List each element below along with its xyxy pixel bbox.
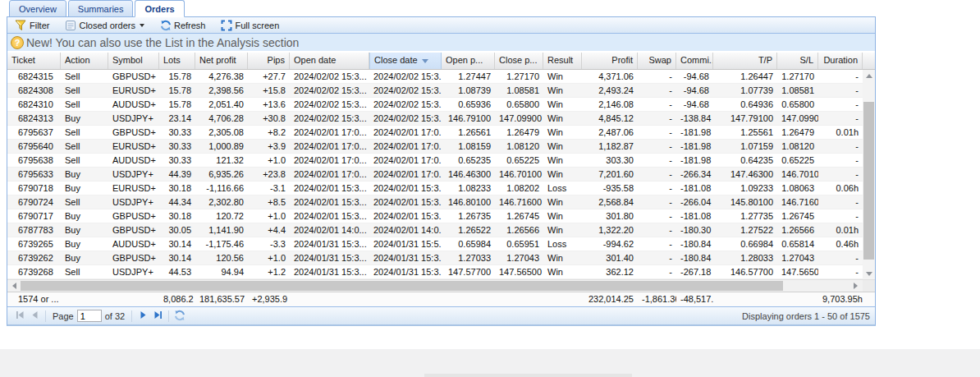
table-cell-swap: - bbox=[638, 223, 676, 237]
tab-orders[interactable]: Orders bbox=[135, 0, 184, 17]
table-row[interactable]: 6824315SellGBPUSD+15.784,276.38+27.72024… bbox=[7, 70, 863, 84]
paging-refresh-button[interactable] bbox=[172, 309, 187, 324]
table-cell-pips: +23.8 bbox=[248, 168, 290, 181]
refresh-button[interactable]: Refresh bbox=[158, 19, 208, 32]
page-number-input[interactable] bbox=[77, 310, 102, 322]
table-cell-ticket: 6739265 bbox=[7, 237, 61, 251]
table-cell-lots: 15.78 bbox=[159, 84, 195, 97]
scroll-down-arrow-icon[interactable] bbox=[863, 268, 875, 279]
next-page-button[interactable] bbox=[135, 309, 150, 324]
table-cell-sl: 0.65814 bbox=[777, 237, 818, 251]
vertical-scrollbar-thumb[interactable] bbox=[863, 102, 874, 260]
table-cell-tp: 0.64936 bbox=[713, 98, 777, 111]
table-cell-profit: 1,322.20 bbox=[582, 223, 638, 237]
filter-button[interactable]: Filter bbox=[12, 18, 52, 32]
table-cell-pips: +4.4 bbox=[248, 223, 290, 237]
tab-summaries[interactable]: Summaries bbox=[68, 0, 134, 17]
first-page-button[interactable] bbox=[12, 309, 27, 324]
scroll-right-arrow-icon[interactable] bbox=[849, 280, 862, 292]
table-cell-pips: +1.0 bbox=[248, 209, 290, 223]
table-cell-ticket: 6787783 bbox=[7, 223, 61, 237]
table-cell-pips: +1.2 bbox=[248, 265, 290, 278]
summary-cell-pips: +2,935.9 bbox=[248, 292, 290, 306]
last-page-button[interactable] bbox=[150, 309, 165, 324]
table-cell-symbol: USDJPY+ bbox=[108, 265, 159, 278]
table-cell-swap: - bbox=[638, 154, 676, 167]
table-cell-commission: -94.68 bbox=[676, 84, 713, 97]
table-cell-duration: 0.01h bbox=[818, 126, 863, 139]
table-row[interactable]: 6787783BuyGBPUSD+30.051,141.90+4.42024/0… bbox=[7, 223, 863, 237]
table-cell-duration: - bbox=[818, 251, 863, 264]
first-page-icon bbox=[16, 310, 25, 321]
table-cell-tp: 1.09233 bbox=[713, 182, 777, 195]
column-header-net-profit[interactable]: Net profit bbox=[195, 53, 248, 69]
summary-cell-action bbox=[61, 292, 108, 306]
column-header-pips[interactable]: Pips bbox=[248, 53, 290, 69]
horizontal-scrollbar-thumb[interactable] bbox=[21, 281, 783, 291]
table-cell-commission: -94.68 bbox=[676, 70, 713, 83]
table-cell-result: Win bbox=[543, 154, 582, 167]
table-cell-action: Sell bbox=[61, 265, 108, 278]
table-row[interactable]: 6739265BuyAUDUSD+30.14-1,175.46-3.32024/… bbox=[7, 237, 863, 251]
full-screen-button[interactable]: Full screen bbox=[218, 19, 282, 32]
table-cell-tp: 1.25561 bbox=[713, 126, 777, 139]
column-header-symbol[interactable]: Symbol bbox=[108, 53, 159, 69]
table-row[interactable]: 6824313BuyUSDJPY+23.144,706.28+30.82024/… bbox=[7, 112, 863, 126]
table-row[interactable]: 6790718BuyEURUSD+30.18-1,116.66-3.12024/… bbox=[7, 182, 863, 195]
table-cell-sl: 0.65800 bbox=[777, 98, 818, 111]
grid-body: 6824315SellGBPUSD+15.784,276.38+27.72024… bbox=[7, 70, 875, 279]
column-header-open-price[interactable]: Open p... bbox=[442, 53, 495, 69]
column-header-result[interactable]: Result bbox=[543, 53, 582, 69]
table-row[interactable]: 6739268SellUSDJPY+44.5394.94+1.22024/01/… bbox=[7, 265, 863, 279]
table-row[interactable]: 6824308SellEURUSD+15.782,398.56+15.82024… bbox=[7, 84, 863, 98]
table-row[interactable]: 6795638SellAUDUSD+30.33121.32+1.02024/02… bbox=[7, 154, 863, 168]
horizontal-scrollbar[interactable] bbox=[7, 279, 875, 292]
column-header-swap[interactable]: Swap bbox=[638, 53, 676, 69]
table-cell-net-profit: -1,116.66 bbox=[195, 182, 248, 195]
column-header-open-date[interactable]: Open date bbox=[290, 53, 369, 69]
table-cell-duration: - bbox=[818, 195, 863, 209]
table-cell-commission: -180.84 bbox=[676, 251, 713, 264]
vertical-scrollbar[interactable] bbox=[863, 70, 875, 279]
table-row[interactable]: 6795637SellGBPUSD+30.332,305.08+8.22024/… bbox=[7, 126, 863, 140]
table-cell-open-date: 2024/02/01 14:0... bbox=[290, 223, 369, 237]
table-cell-pips: +8.5 bbox=[248, 195, 290, 209]
toolbar-separator bbox=[168, 310, 169, 322]
column-header-sl[interactable]: S/L bbox=[777, 53, 818, 69]
scroll-up-arrow-icon[interactable] bbox=[863, 70, 875, 81]
table-cell-open-date: 2024/02/01 15:3... bbox=[290, 195, 369, 209]
document-list-icon bbox=[65, 20, 76, 31]
table-cell-open-price: 1.08159 bbox=[442, 140, 495, 153]
scroll-left-arrow-icon[interactable] bbox=[7, 280, 21, 292]
table-cell-swap: - bbox=[638, 237, 676, 251]
table-cell-sl: 1.27170 bbox=[777, 70, 818, 83]
column-header-commission[interactable]: Commi... bbox=[676, 53, 713, 69]
table-cell-ticket: 6824313 bbox=[7, 112, 61, 125]
table-cell-net-profit: 4,706.28 bbox=[195, 112, 248, 125]
column-header-close-price[interactable]: Close p... bbox=[495, 53, 543, 69]
prev-page-button[interactable] bbox=[27, 309, 42, 324]
table-row[interactable]: 6790717BuyGBPUSD+30.18120.72+1.02024/02/… bbox=[7, 209, 863, 223]
closed-orders-button[interactable]: Closed orders bbox=[62, 19, 146, 32]
table-row[interactable]: 6824310SellAUDUSD+15.782,051.40+13.62024… bbox=[7, 98, 863, 112]
table-cell-pips: +15.8 bbox=[248, 84, 290, 97]
column-header-lots[interactable]: Lots bbox=[159, 53, 195, 69]
column-header-close-date[interactable]: Close date bbox=[369, 53, 442, 69]
table-row[interactable]: 6739262BuyGBPUSD+30.14120.56+1.02024/01/… bbox=[7, 251, 863, 265]
column-header-profit[interactable]: Profit bbox=[582, 53, 638, 69]
table-cell-ticket: 6795640 bbox=[7, 140, 61, 153]
table-cell-profit: 362.12 bbox=[582, 265, 638, 278]
table-row[interactable]: 6795640SellEURUSD+30.331,000.89+3.92024/… bbox=[7, 140, 863, 154]
column-header-tp[interactable]: T/P bbox=[713, 53, 777, 69]
column-header-ticket[interactable]: Ticket bbox=[7, 53, 61, 69]
table-cell-swap: - bbox=[638, 168, 676, 181]
table-cell-action: Buy bbox=[61, 251, 108, 264]
table-cell-ticket: 6824308 bbox=[7, 84, 61, 97]
table-row[interactable]: 6795633BuyUSDJPY+44.396,935.26+23.82024/… bbox=[7, 168, 863, 182]
column-header-duration[interactable]: Duration bbox=[818, 53, 863, 69]
table-row[interactable]: 6790724SellUSDJPY+44.342,302.80+8.52024/… bbox=[7, 195, 863, 209]
table-cell-sl: 1.26745 bbox=[777, 209, 818, 223]
tab-overview[interactable]: Overview bbox=[9, 0, 66, 17]
column-header-action[interactable]: Action bbox=[61, 53, 108, 69]
summary-cell-swap: -1,861.36 bbox=[638, 292, 676, 306]
